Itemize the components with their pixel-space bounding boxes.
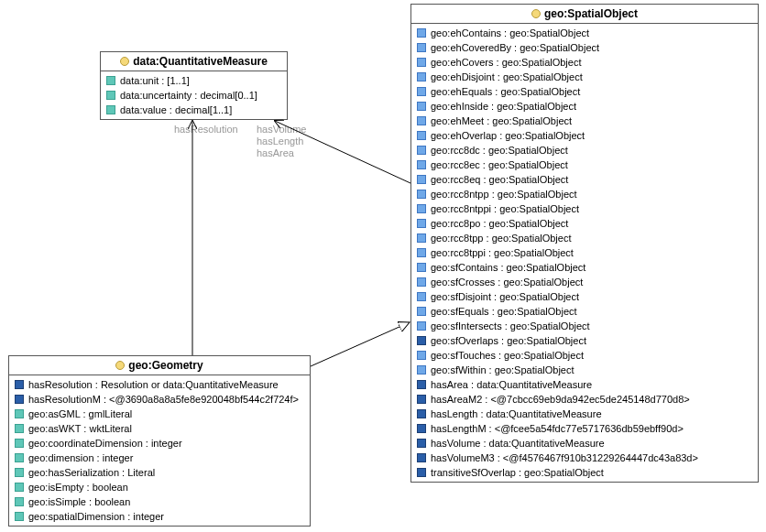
attribute-text: hasResolutionM : <@3690a8a8a5fe8e920048b…: [28, 393, 299, 406]
attribute-row: geo:hasSerialization : Literal: [9, 465, 310, 480]
svg-line-2: [311, 322, 410, 366]
attribute-row: geo:rcc8tpp : geo:SpatialObject: [411, 231, 758, 245]
attribute-row: geo:rcc8tppi : geo:SpatialObject: [411, 245, 758, 260]
attribute-icon: [417, 292, 426, 301]
attribute-row: hasAreaM2 : <@7cbcc69eb9da942ec5de245148…: [411, 392, 758, 407]
attribute-row: transitiveSfOverlap : geo:SpatialObject: [411, 465, 758, 480]
attribute-row: hasLengthM : <@fcee5a54fdc77e5717636db59…: [411, 421, 758, 436]
attribute-icon: [417, 307, 426, 316]
attribute-icon: [417, 263, 426, 272]
attribute-text: geo:ehCovers : geo:SpatialObject: [431, 56, 582, 69]
attribute-row: geo:isEmpty : boolean: [9, 480, 310, 494]
class-geometry[interactable]: geo:Geometry hasResolution : Resolution …: [8, 355, 311, 527]
attribute-icon: [15, 468, 24, 477]
attribute-icon: [15, 424, 24, 433]
attribute-text: geo:sfEquals : geo:SpatialObject: [431, 305, 577, 318]
class-title: data:QuantitativeMeasure: [133, 55, 268, 68]
attribute-icon: [417, 468, 426, 477]
edge-label-hasresolution: hasResolution: [174, 124, 238, 136]
edge-label-hasvolume: hasVolume: [257, 124, 306, 136]
class-icon: [115, 361, 125, 370]
attribute-text: geo:sfTouches : geo:SpatialObject: [431, 349, 584, 362]
attribute-icon: [15, 395, 24, 404]
attribute-icon: [417, 365, 426, 375]
attribute-text: geo:sfContains : geo:SpatialObject: [431, 261, 585, 274]
attribute-icon: [417, 336, 426, 345]
attribute-text: geo:sfCrosses : geo:SpatialObject: [431, 276, 583, 288]
attribute-row: geo:sfCrosses : geo:SpatialObject: [411, 275, 758, 289]
attribute-row: hasVolume : data:QuantitativeMeasure: [411, 436, 758, 451]
attribute-icon: [417, 277, 426, 287]
attribute-icon: [106, 91, 115, 100]
attribute-row: geo:rcc8dc : geo:SpatialObject: [411, 143, 758, 157]
attribute-row: geo:rcc8ec : geo:SpatialObject: [411, 157, 758, 172]
attribute-text: geo:asGML : gmlLiteral: [28, 407, 132, 420]
attribute-icon: [417, 116, 426, 125]
attribute-icon: [417, 204, 426, 213]
class-quantitativemeasure[interactable]: data:QuantitativeMeasure data:unit : [1.…: [100, 51, 288, 120]
class-header: geo:Geometry: [9, 356, 310, 375]
attribute-icon: [417, 43, 426, 52]
attribute-icon: [417, 72, 426, 81]
attribute-icon: [417, 233, 426, 243]
attribute-text: geo:sfOverlaps : geo:SpatialObject: [431, 334, 586, 347]
attribute-icon: [417, 321, 426, 331]
attribute-icon: [417, 424, 426, 433]
attribute-icon: [417, 87, 426, 96]
attribute-text: geo:spatialDimension : integer: [28, 510, 164, 523]
attribute-icon: [15, 380, 24, 389]
attribute-text: hasLengthM : <@fcee5a54fdc77e5717636db59…: [431, 422, 684, 435]
attribute-icon: [417, 439, 426, 448]
attribute-text: geo:sfWithin : geo:SpatialObject: [431, 364, 574, 376]
attribute-icon: [15, 439, 24, 448]
attribute-row: data:uncertainty : decimal[0..1]: [101, 88, 287, 103]
attribute-icon: [417, 219, 426, 228]
attribute-row: geo:rcc8ntppi : geo:SpatialObject: [411, 201, 758, 216]
attribute-text: geo:rcc8po : geo:SpatialObject: [431, 217, 568, 230]
attribute-text: geo:rcc8ec : geo:SpatialObject: [431, 158, 568, 171]
attribute-text: geo:dimension : integer: [28, 451, 133, 464]
attribute-text: geo:sfIntersects : geo:SpatialObject: [431, 320, 590, 332]
attribute-icon: [417, 28, 426, 38]
class-header: data:QuantitativeMeasure: [101, 52, 287, 71]
attribute-text: data:uncertainty : decimal[0..1]: [120, 89, 257, 102]
class-body-qm: data:unit : [1..1]data:uncertainty : dec…: [101, 71, 287, 119]
attribute-row: geo:sfTouches : geo:SpatialObject: [411, 348, 758, 363]
attribute-text: hasAreaM2 : <@7cbcc69eb9da942ec5de245148…: [431, 393, 690, 406]
class-header: geo:SpatialObject: [411, 5, 758, 24]
attribute-text: geo:ehOverlap : geo:SpatialObject: [431, 129, 585, 142]
attribute-text: geo:rcc8dc : geo:SpatialObject: [431, 144, 568, 157]
class-body-geom: hasResolution : Resolution or data:Quant…: [9, 375, 310, 526]
attribute-icon: [417, 453, 426, 462]
attribute-text: hasVolumeM3 : <@f4576467f910b31229264447…: [431, 451, 698, 464]
edge-label-haslength: hasLength: [257, 136, 303, 147]
attribute-text: hasLength : data:QuantitativeMeasure: [431, 407, 602, 420]
attribute-icon: [417, 380, 426, 389]
attribute-text: geo:ehMeet : geo:SpatialObject: [431, 114, 572, 127]
attribute-row: hasResolutionM : <@3690a8a8a5fe8e920048b…: [9, 392, 310, 407]
class-title: geo:SpatialObject: [544, 7, 638, 20]
attribute-text: geo:sfDisjoint : geo:SpatialObject: [431, 290, 579, 303]
attribute-icon: [417, 190, 426, 199]
class-spatialobject[interactable]: geo:SpatialObject geo:ehContains : geo:S…: [410, 4, 759, 483]
attribute-icon: [106, 105, 115, 114]
attribute-row: hasResolution : Resolution or data:Quant…: [9, 377, 310, 392]
attribute-row: geo:sfIntersects : geo:SpatialObject: [411, 319, 758, 333]
attribute-icon: [417, 102, 426, 111]
attribute-row: geo:ehCovers : geo:SpatialObject: [411, 55, 758, 70]
attribute-text: geo:rcc8ntpp : geo:SpatialObject: [431, 188, 577, 201]
attribute-row: geo:sfEquals : geo:SpatialObject: [411, 304, 758, 319]
attribute-row: hasLength : data:QuantitativeMeasure: [411, 407, 758, 421]
attribute-icon: [106, 76, 115, 85]
attribute-row: geo:rcc8ntpp : geo:SpatialObject: [411, 187, 758, 201]
attribute-row: geo:ehDisjoint : geo:SpatialObject: [411, 70, 758, 84]
attribute-text: data:unit : [1..1]: [120, 74, 190, 87]
attribute-row: geo:rcc8po : geo:SpatialObject: [411, 216, 758, 231]
attribute-row: geo:sfDisjoint : geo:SpatialObject: [411, 289, 758, 304]
attribute-text: geo:asWKT : wktLiteral: [28, 422, 132, 435]
attribute-row: geo:ehCoveredBy : geo:SpatialObject: [411, 40, 758, 55]
attribute-row: geo:sfContains : geo:SpatialObject: [411, 260, 758, 275]
attribute-text: hasResolution : Resolution or data:Quant…: [28, 378, 279, 391]
attribute-row: hasVolumeM3 : <@f4576467f910b31229264447…: [411, 451, 758, 465]
attribute-text: geo:ehDisjoint : geo:SpatialObject: [431, 71, 583, 83]
